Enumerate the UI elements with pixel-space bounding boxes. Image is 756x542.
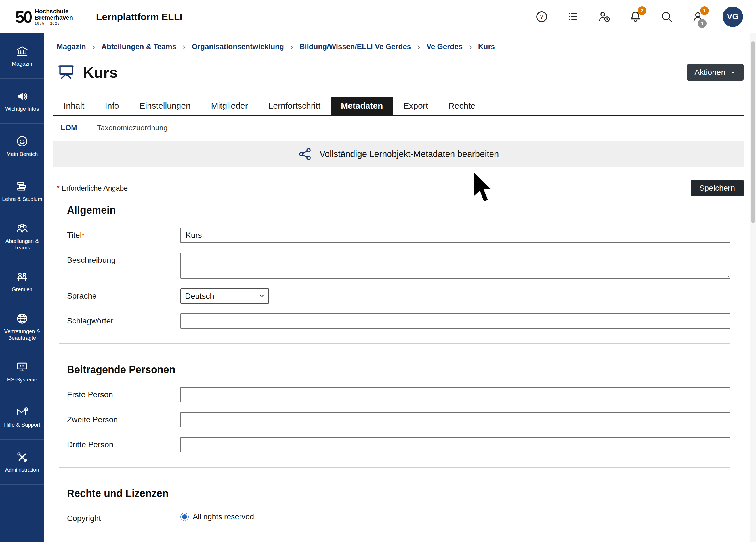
tab-metadaten[interactable]: Metadaten bbox=[331, 97, 393, 115]
section-divider bbox=[59, 467, 730, 468]
sidebar: Magazin Wichtige Infos Mein Bereich Lehr… bbox=[0, 33, 44, 542]
course-board-icon bbox=[57, 62, 75, 82]
field-copyright: Copyright All rights reserved bbox=[67, 511, 730, 523]
sidebar-item-magazin[interactable]: Magazin bbox=[0, 33, 44, 79]
tab-rechte[interactable]: Rechte bbox=[438, 97, 486, 115]
copyright-label: Copyright bbox=[67, 511, 180, 523]
smiley-icon bbox=[16, 135, 29, 148]
tab-mitglieder[interactable]: Mitglieder bbox=[201, 97, 258, 115]
user-clock-icon[interactable] bbox=[598, 10, 611, 23]
sidebar-item-label: Administration bbox=[5, 467, 39, 473]
avatar[interactable]: VG bbox=[723, 7, 743, 27]
page-title-row: Kurs Aktionen bbox=[53, 62, 744, 82]
sidebar-item-administration[interactable]: Administration bbox=[0, 440, 44, 485]
section-divider bbox=[59, 343, 730, 344]
beschreibung-textarea[interactable] bbox=[180, 253, 730, 279]
titel-input[interactable] bbox=[180, 228, 730, 243]
logo-50: 50 bbox=[15, 7, 31, 26]
field-zweite-person: Zweite Person bbox=[67, 412, 730, 427]
erste-person-label: Erste Person bbox=[67, 387, 180, 399]
megaphone-icon bbox=[16, 90, 29, 103]
copyright-radio[interactable] bbox=[180, 513, 189, 521]
beschreibung-label: Beschreibung bbox=[67, 253, 180, 265]
team-icon bbox=[16, 222, 29, 235]
form-toolbar: * Erforderliche Angabe Speichern bbox=[53, 180, 744, 196]
contacts-badge-top: 1 bbox=[700, 6, 709, 15]
main-content: Magazin › Abteilungen & Teams › Organisa… bbox=[44, 33, 756, 542]
committee-icon bbox=[16, 270, 29, 283]
logo-line2: Bremerhaven bbox=[35, 14, 73, 21]
breadcrumb-item[interactable]: Kurs bbox=[478, 42, 495, 51]
breadcrumb-item[interactable]: Ve Gerdes bbox=[427, 42, 463, 51]
globe-group-icon bbox=[16, 312, 29, 325]
sidebar-item-lehre-studium[interactable]: Lehre & Studium bbox=[0, 169, 44, 214]
save-button[interactable]: Speichern bbox=[691, 180, 744, 196]
topbar: 50 Hochschule Bremerhaven 1975 – 2025 Le… bbox=[0, 0, 756, 33]
books-icon bbox=[16, 180, 29, 193]
field-beschreibung: Beschreibung bbox=[67, 253, 730, 279]
schlagwoerter-input[interactable] bbox=[180, 313, 730, 329]
sidebar-item-label: Mein Bereich bbox=[7, 151, 38, 157]
tab-inhalt[interactable]: Inhalt bbox=[53, 97, 95, 115]
dritte-person-label: Dritte Person bbox=[67, 437, 180, 449]
task-list-icon[interactable] bbox=[566, 10, 579, 23]
mail-support-icon: ? bbox=[16, 406, 29, 419]
zweite-person-input[interactable] bbox=[180, 412, 730, 427]
help-icon[interactable]: ? bbox=[535, 10, 548, 23]
metadata-form: Allgemein Titel* Beschreibung Sprache De… bbox=[53, 204, 744, 523]
sidebar-item-gremien[interactable]: Gremien bbox=[0, 259, 44, 304]
actions-button[interactable]: Aktionen bbox=[687, 64, 744, 81]
subtab-taxonomiezuordnung[interactable]: Taxonomiezuordnung bbox=[97, 123, 168, 132]
notification-badge: 2 bbox=[638, 6, 646, 15]
breadcrumb-item[interactable]: Bildung/Wissen/ELLI Ve Gerdes bbox=[300, 42, 411, 51]
sidebar-item-abteilungen-teams[interactable]: Abteilungen & Teams bbox=[0, 214, 44, 259]
field-dritte-person: Dritte Person bbox=[67, 437, 730, 452]
schlagwoerter-label: Schlagwörter bbox=[67, 313, 180, 325]
contacts-icon[interactable]: 1 1 bbox=[691, 10, 704, 23]
sidebar-item-wichtige-infos[interactable]: Wichtige Infos bbox=[0, 79, 44, 124]
field-sprache: Sprache Deutsch bbox=[67, 288, 730, 304]
subtab-lom[interactable]: LOM bbox=[61, 123, 77, 132]
search-icon[interactable] bbox=[660, 10, 673, 23]
scrollbar[interactable] bbox=[750, 33, 756, 542]
breadcrumb-item[interactable]: Organisationsentwicklung bbox=[192, 42, 284, 51]
university-logo[interactable]: 50 Hochschule Bremerhaven 1975 – 2025 bbox=[0, 7, 73, 26]
caret-down-icon bbox=[730, 69, 736, 75]
section-beitragende-title: Beitragende Personen bbox=[67, 364, 730, 376]
breadcrumb-item[interactable]: Abteilungen & Teams bbox=[101, 42, 176, 51]
dritte-person-input[interactable] bbox=[180, 437, 730, 452]
tab-export[interactable]: Export bbox=[393, 97, 438, 115]
scrollbar-thumb[interactable] bbox=[751, 41, 755, 223]
tab-einstellungen[interactable]: Einstellungen bbox=[129, 97, 201, 115]
breadcrumb-item[interactable]: Magazin bbox=[57, 42, 86, 51]
svg-text:?: ? bbox=[540, 13, 543, 20]
chevron-right-icon: › bbox=[92, 42, 95, 51]
sidebar-item-hs-systeme[interactable]: HS-Systeme bbox=[0, 349, 44, 394]
tools-icon bbox=[16, 451, 29, 464]
sidebar-item-label: Magazin bbox=[12, 60, 32, 67]
contacts-badge-bottom: 1 bbox=[698, 19, 707, 28]
tab-bar: Inhalt Info Einstellungen Mitglieder Ler… bbox=[53, 97, 744, 116]
sidebar-item-label: Wichtige Infos bbox=[5, 106, 39, 112]
tab-lernfortschritt[interactable]: Lernfortschritt bbox=[258, 97, 331, 115]
edit-full-metadata-banner[interactable]: Vollständige Lernobjekt-Metadaten bearbe… bbox=[53, 141, 744, 167]
tab-info[interactable]: Info bbox=[95, 97, 129, 115]
bell-icon[interactable]: 2 bbox=[629, 10, 642, 23]
sidebar-item-label: Abteilungen & Teams bbox=[1, 238, 43, 251]
sidebar-item-vertretungen[interactable]: Vertretungen & Beauftragte bbox=[0, 304, 44, 349]
share-nodes-icon bbox=[298, 147, 312, 161]
sidebar-item-hilfe-support[interactable]: ? Hilfe & Support bbox=[0, 394, 44, 440]
field-titel: Titel* bbox=[67, 228, 730, 243]
required-asterisk: * bbox=[82, 231, 85, 239]
required-note: Erforderliche Angabe bbox=[62, 184, 128, 192]
sidebar-item-label: HS-Systeme bbox=[7, 376, 37, 383]
actions-button-label: Aktionen bbox=[694, 68, 725, 77]
copyright-option-row: All rights reserved bbox=[180, 511, 730, 521]
copyright-option-label: All rights reserved bbox=[193, 512, 254, 521]
sprache-select[interactable]: Deutsch bbox=[180, 288, 269, 304]
sidebar-item-mein-bereich[interactable]: Mein Bereich bbox=[0, 124, 44, 169]
section-rechte-title: Rechte und Lizenzen bbox=[67, 488, 730, 499]
chevron-right-icon: › bbox=[417, 42, 420, 51]
section-allgemein-title: Allgemein bbox=[67, 204, 730, 216]
erste-person-input[interactable] bbox=[180, 387, 730, 402]
